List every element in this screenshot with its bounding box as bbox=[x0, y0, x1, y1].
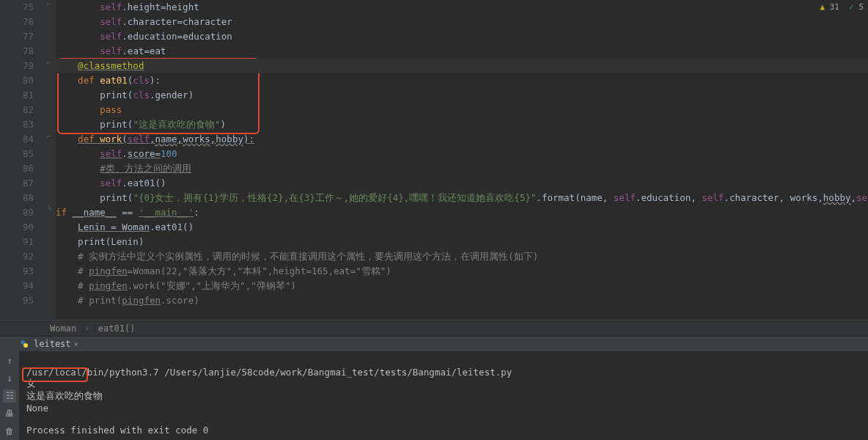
trash-icon[interactable]: 🗑 bbox=[3, 425, 16, 438]
up-arrow-icon[interactable]: ↑ bbox=[3, 354, 16, 367]
line-number: 91 bbox=[0, 235, 34, 249]
code-line[interactable]: self.score=100 bbox=[56, 147, 868, 161]
line-number: 75 bbox=[0, 0, 34, 15]
line-number: 92 bbox=[0, 249, 34, 264]
line-number: 84 bbox=[0, 132, 34, 147]
editor-region: ▲ 31 ✓ 5 7576777879808182838485868788899… bbox=[0, 0, 868, 320]
run-toolwindow-body: ↑ ↓ ☷ 🖶 🗑 /usr/local/bin/python3.7 /User… bbox=[0, 351, 868, 440]
code-line[interactable]: ▶if __name__ == '__main__': bbox=[56, 205, 868, 220]
run-toolwindow-header[interactable]: leitest × bbox=[0, 336, 868, 351]
code-line[interactable]: @classmethod bbox=[56, 59, 868, 73]
code-line[interactable]: self.height=height bbox=[56, 0, 868, 15]
line-number-gutter: 7576777879808182838485868788899091929394… bbox=[0, 0, 45, 320]
code-line[interactable]: print("这是喜欢吃的食物") bbox=[56, 117, 868, 132]
line-number: 80 bbox=[0, 73, 34, 88]
console-output[interactable]: /usr/local/bin/python3.7 /Users/lanjie/5… bbox=[19, 351, 868, 440]
line-number: 94 bbox=[0, 279, 34, 293]
console-line: None bbox=[26, 403, 48, 414]
console-line: Process finished with exit code 0 bbox=[26, 425, 208, 436]
code-line[interactable]: self.eat01() bbox=[56, 176, 868, 191]
line-number: 79 bbox=[0, 59, 34, 73]
svg-point-1 bbox=[23, 343, 28, 348]
line-number: 87 bbox=[0, 176, 34, 191]
code-line[interactable]: self.eat=eat bbox=[56, 44, 868, 59]
warning-count: 31 bbox=[830, 2, 839, 12]
run-toolbar: ↑ ↓ ☷ 🖶 🗑 bbox=[0, 351, 19, 440]
ok-icon: ✓ bbox=[849, 2, 854, 12]
down-arrow-icon[interactable]: ↓ bbox=[3, 372, 16, 385]
code-line[interactable]: # 实例方法中定义个实例属性，调用的时候，不能直接调用这个属性，要先调用这个方法… bbox=[56, 249, 868, 264]
code-line[interactable]: # pingfen.work("安娜","上海华为","弹钢琴") bbox=[56, 279, 868, 293]
run-tab-label[interactable]: leitest bbox=[34, 339, 71, 349]
code-line[interactable]: def eat01(cls): bbox=[56, 73, 868, 88]
code-line[interactable]: self.character=character bbox=[56, 15, 868, 29]
print-icon[interactable]: 🖶 bbox=[3, 407, 16, 420]
code-line[interactable]: def work(self,name,works,hobby): bbox=[56, 132, 868, 147]
console-line: /usr/local/bin/python3.7 /Users/lanjie/5… bbox=[26, 367, 512, 378]
code-line[interactable]: #类、方法之间的调用 bbox=[56, 161, 868, 176]
line-number: 82 bbox=[0, 103, 34, 117]
fold-column: ⌐⌐⌐└ bbox=[45, 0, 56, 320]
breadcrumb-method[interactable]: eat01() bbox=[98, 323, 136, 334]
warning-icon: ▲ bbox=[820, 2, 825, 12]
line-number: 81 bbox=[0, 88, 34, 103]
line-number: 88 bbox=[0, 191, 34, 205]
line-number: 93 bbox=[0, 264, 34, 279]
breadcrumb[interactable]: Woman › eat01() bbox=[0, 320, 868, 336]
code-line[interactable]: Lenin = Woman.eat01() bbox=[56, 220, 868, 235]
line-number: 77 bbox=[0, 29, 34, 44]
ok-count: 5 bbox=[858, 2, 864, 12]
python-icon bbox=[19, 339, 29, 349]
line-number: 76 bbox=[0, 15, 34, 29]
code-line[interactable]: print(Lenin) bbox=[56, 235, 868, 249]
console-line: 女 bbox=[26, 378, 36, 389]
code-line[interactable]: print("{0}女士，拥有{1}学历，性格{2},在{3}工作～,她的爱好{… bbox=[56, 191, 868, 205]
line-number: 95 bbox=[0, 293, 34, 308]
console-line: 这是喜欢吃的食物 bbox=[26, 390, 103, 401]
chevron-right-icon: › bbox=[84, 323, 89, 334]
line-number: 85 bbox=[0, 147, 34, 161]
line-number: 86 bbox=[0, 161, 34, 176]
code-line[interactable]: pass bbox=[56, 103, 868, 117]
soft-wrap-icon[interactable]: ☷ bbox=[3, 389, 16, 403]
line-number: 78 bbox=[0, 44, 34, 59]
code-line[interactable]: print(cls.gender) bbox=[56, 88, 868, 103]
code-line[interactable]: self.education=education bbox=[56, 29, 868, 44]
inspection-status: ▲ 31 ✓ 5 bbox=[820, 2, 864, 12]
line-number: 89 bbox=[0, 205, 34, 220]
breadcrumb-class[interactable]: Woman bbox=[50, 323, 76, 334]
line-number: 90 bbox=[0, 220, 34, 235]
line-number: 83 bbox=[0, 117, 34, 132]
code-area[interactable]: self.height=height self.character=charac… bbox=[56, 0, 868, 320]
close-icon[interactable]: × bbox=[74, 340, 79, 349]
code-line[interactable]: # print(pingfen.score) bbox=[56, 293, 868, 308]
code-line[interactable]: # pingfen=Woman(22,"落落大方","本科",height=16… bbox=[56, 264, 868, 279]
